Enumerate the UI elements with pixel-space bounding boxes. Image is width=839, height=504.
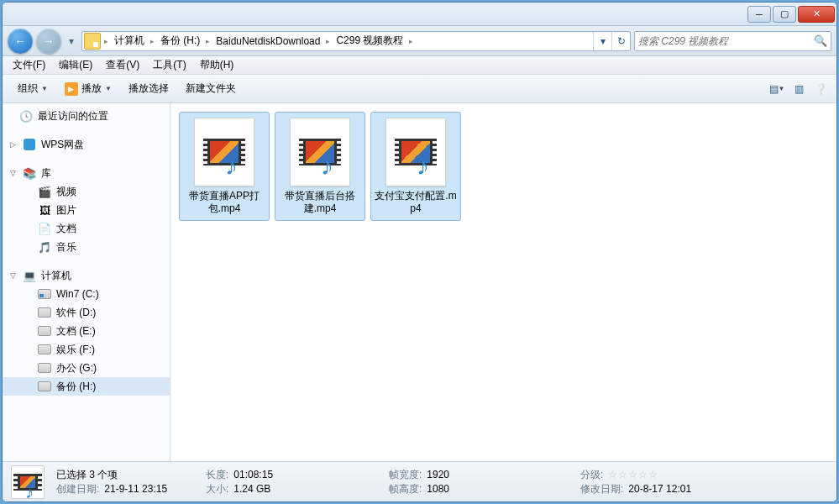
menu-bar: 文件(F) 编辑(E) 查看(V) 工具(T) 帮助(H) (3, 56, 836, 75)
search-icon[interactable]: 🔍 (814, 34, 827, 47)
address-bar[interactable]: ▸ 计算机 ▸ 备份 (H:) ▸ BaiduNetdiskDownload ▸… (81, 31, 631, 51)
explorer-window: ─ ▢ ✕ ← → ▾ ▸ 计算机 ▸ 备份 (H:) ▸ BaiduNetdi… (2, 2, 837, 502)
chevron-right-icon[interactable]: ▸ (324, 37, 332, 45)
new-folder-button[interactable]: 新建文件夹 (177, 78, 244, 99)
sidebar-label: 软件 (D:) (56, 306, 96, 320)
sidebar-item-computer[interactable]: ▽计算机 (3, 266, 170, 285)
drive-icon (38, 306, 51, 319)
file-item[interactable]: ♪ 带货直播APP打包.mp4 (179, 112, 270, 221)
framewidth-value: 1920 (427, 469, 449, 480)
sidebar-item-pictures[interactable]: 图片 (3, 201, 170, 219)
preview-pane-button[interactable]: ▥ (789, 80, 808, 98)
menu-help[interactable]: 帮助(H) (193, 56, 241, 74)
sidebar-drive-g[interactable]: 办公 (G:) (3, 359, 170, 377)
sidebar-label: 备份 (H:) (56, 380, 96, 394)
sidebar-label: 音乐 (56, 240, 76, 255)
modified-label: 修改日期: (580, 482, 623, 496)
back-button[interactable]: ← (8, 29, 33, 54)
chevron-right-icon[interactable]: ▸ (149, 37, 156, 45)
sidebar-item-wps[interactable]: ▷WPS网盘 (3, 135, 170, 154)
size-label: 大小: (206, 482, 228, 496)
sidebar-drive-f[interactable]: 娱乐 (F:) (3, 340, 170, 359)
sidebar-label: 图片 (56, 203, 76, 218)
drive-icon (38, 361, 51, 375)
rating-label: 分级: (580, 468, 603, 482)
sidebar-label: Win7 (C:) (56, 288, 99, 300)
chevron-right-icon[interactable]: ▷ (8, 140, 18, 149)
chevron-right-icon[interactable]: ▸ (204, 37, 212, 45)
drive-icon (38, 324, 51, 338)
sidebar-item-libraries[interactable]: ▽库 (3, 164, 170, 182)
file-item[interactable]: ♪ 支付宝支付配置.mp4 (370, 112, 461, 221)
sidebar-drive-e[interactable]: 文档 (E:) (3, 322, 170, 340)
address-dropdown[interactable]: ▾ (593, 32, 611, 50)
file-name: 带货直播后台搭建.mp4 (279, 190, 361, 215)
sidebar-label: WPS网盘 (41, 138, 84, 152)
crumb-folder1[interactable]: BaiduNetdiskDownload (212, 32, 324, 50)
file-thumbnail: ♪ (290, 118, 350, 186)
crumb-drive[interactable]: 备份 (H:) (156, 32, 204, 50)
maximize-button[interactable]: ▢ (773, 6, 796, 23)
titlebar: ─ ▢ ✕ (3, 3, 836, 26)
chevron-down-icon[interactable]: ▽ (8, 271, 18, 280)
sidebar-drive-d[interactable]: 软件 (D:) (3, 303, 170, 322)
menu-view[interactable]: 查看(V) (99, 56, 146, 74)
play-selection-button[interactable]: 播放选择 (120, 78, 177, 99)
nav-history-dropdown[interactable]: ▾ (65, 35, 78, 47)
status-details: 已选择 3 个项 长度:01:08:15 帧宽度:1920 分级:☆☆☆☆☆ 创… (56, 468, 828, 496)
crumb-folder2[interactable]: C299 视频教程 (332, 32, 407, 50)
organize-label: 组织 (18, 81, 38, 96)
music-note-icon: ♪ (225, 154, 247, 179)
refresh-button[interactable]: ↻ (611, 32, 630, 50)
frameheight-value: 1080 (427, 483, 449, 495)
frameheight-label: 帧高度: (389, 482, 422, 496)
framewidth-label: 帧宽度: (389, 468, 422, 482)
playsel-label: 播放选择 (128, 81, 169, 96)
chevron-right-icon[interactable]: ▸ (102, 37, 110, 45)
menu-edit[interactable]: 编辑(E) (52, 56, 99, 74)
sidebar-drive-h[interactable]: 备份 (H:) (3, 377, 170, 396)
play-icon: ▶ (65, 82, 78, 96)
rating-stars[interactable]: ☆☆☆☆☆ (608, 469, 658, 480)
video-icon (38, 185, 51, 198)
crumb-computer[interactable]: 计算机 (110, 32, 149, 50)
music-note-icon: ♪ (417, 154, 438, 179)
chevron-down-icon: ▼ (41, 85, 48, 92)
newfolder-label: 新建文件夹 (186, 81, 236, 96)
sidebar-item-videos[interactable]: 视频 (3, 182, 170, 201)
sidebar-label: 视频 (56, 185, 76, 199)
play-button[interactable]: ▶播放▼ (56, 78, 120, 99)
file-list[interactable]: ♪ 带货直播APP打包.mp4 ♪ 带货直播后台搭建.mp4 ♪ 支付宝支付配置… (170, 103, 836, 461)
chevron-down-icon[interactable]: ▽ (8, 169, 18, 177)
created-label: 创建日期: (56, 482, 99, 496)
file-name: 带货直播APP打包.mp4 (183, 190, 265, 215)
search-box[interactable]: 🔍 (634, 31, 831, 51)
sidebar-item-music[interactable]: 音乐 (3, 238, 170, 256)
size-value: 1.24 GB (233, 483, 270, 495)
search-input[interactable] (638, 35, 814, 47)
sidebar-drive-c[interactable]: Win7 (C:) (3, 285, 170, 303)
close-button[interactable]: ✕ (798, 6, 835, 23)
length-value: 01:08:15 (233, 469, 273, 480)
menu-tools[interactable]: 工具(T) (146, 56, 192, 74)
organize-button[interactable]: 组织▼ (9, 78, 56, 99)
menu-file[interactable]: 文件(F) (6, 56, 52, 74)
document-icon (38, 222, 51, 235)
forward-button[interactable]: → (36, 29, 61, 54)
minimize-button[interactable]: ─ (747, 6, 771, 23)
sidebar-label: 最近访问的位置 (38, 109, 108, 123)
help-icon[interactable]: ❔ (811, 80, 830, 98)
sidebar-item-documents[interactable]: 文档 (3, 219, 170, 238)
play-label: 播放 (81, 81, 102, 96)
drive-icon (38, 380, 51, 393)
sidebar-label: 办公 (G:) (56, 361, 97, 375)
chevron-right-icon[interactable]: ▸ (407, 37, 415, 45)
file-item[interactable]: ♪ 带货直播后台搭建.mp4 (275, 112, 365, 221)
sidebar-label: 娱乐 (F:) (56, 343, 95, 357)
system-drive-icon (38, 287, 51, 301)
view-options-button[interactable]: ▤ ▼ (768, 80, 786, 98)
selection-icon: ♪ (11, 465, 45, 499)
sidebar-item-recent[interactable]: 最近访问的位置 (3, 107, 170, 125)
file-name: 支付宝支付配置.mp4 (375, 190, 457, 215)
drive-icon (38, 343, 51, 356)
